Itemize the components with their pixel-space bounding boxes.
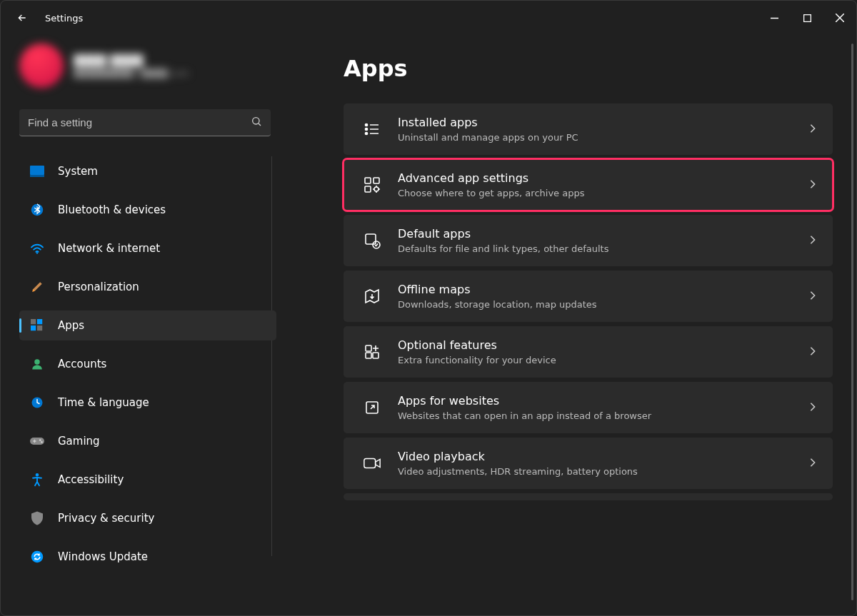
card-subtitle: Choose where to get apps, archive apps [398,187,808,200]
svg-rect-13 [37,325,42,330]
sidebar-item-label: Apps [58,319,84,332]
sidebar-item-label: Network & internet [58,242,160,255]
card-title: Video playback [398,448,808,465]
profile-name: ████ ████ [74,54,189,69]
card-subtitle: Video adjustments, HDR streaming, batter… [398,465,808,478]
wifi-icon [29,241,45,256]
svg-rect-11 [37,319,42,324]
svg-rect-1 [803,14,811,21]
open-external-icon [359,399,385,416]
sidebar-item-label: System [58,165,98,178]
page-title: Apps [344,55,842,82]
chevron-right-icon [808,178,817,192]
sidebar-item-network[interactable]: Network & internet [19,233,276,263]
close-button[interactable] [823,1,856,35]
sidebar-item-personalization[interactable]: Personalization [19,272,276,302]
card-default-apps[interactable]: Default appsDefaults for file and link t… [344,215,833,266]
svg-point-23 [366,133,368,135]
sidebar-item-label: Personalization [58,281,139,293]
sidebar-item-apps[interactable]: Apps [19,310,276,340]
svg-rect-34 [373,353,379,358]
card-title: Offline maps [398,281,808,298]
card-title: Default apps [398,226,808,242]
svg-line-5 [259,123,261,126]
sidebar-item-system[interactable]: System [19,156,276,186]
vertical-scrollbar[interactable] [851,44,853,600]
card-subtitle: Websites that can open in an app instead… [398,410,808,423]
back-button[interactable] [14,9,31,26]
svg-rect-33 [366,345,371,351]
search-box[interactable] [19,109,271,136]
sidebar-item-label: Time & language [58,396,149,409]
svg-point-18 [41,441,43,443]
svg-rect-35 [366,353,371,358]
sidebar-item-gaming[interactable]: Gaming [19,426,276,456]
svg-point-21 [366,124,368,126]
card-subtitle: Uninstall and manage apps on your PC [398,131,808,144]
avatar [19,44,64,88]
card-installed-apps[interactable]: Installed appsUninstall and manage apps … [344,103,833,155]
chevron-right-icon [808,345,817,359]
gamepad-icon [29,433,45,449]
maximize-button[interactable] [791,1,823,35]
card-partial[interactable] [344,493,833,500]
bluetooth-icon [29,202,45,218]
monitor-icon [29,163,45,179]
svg-rect-16 [30,438,44,445]
sidebar-item-bluetooth[interactable]: Bluetooth & devices [19,195,276,225]
svg-rect-27 [365,178,371,183]
card-offline-maps[interactable]: Offline mapsDownloads, storage location,… [344,271,833,322]
minimize-button[interactable] [758,1,791,35]
chevron-right-icon [808,234,817,248]
card-subtitle: Extra functionality for your device [398,354,808,367]
person-icon [29,356,45,372]
video-icon [359,456,385,470]
card-advanced-app-settings[interactable]: Advanced app settingsChoose where to get… [344,159,833,211]
sidebar-item-accounts[interactable]: Accounts [19,349,276,379]
chevron-right-icon [808,401,817,415]
settings-cards: Installed appsUninstall and manage apps … [344,103,833,500]
add-feature-icon [359,343,385,360]
svg-point-17 [39,439,41,441]
sidebar-item-label: Accounts [58,358,106,370]
chevron-right-icon [808,457,817,470]
apps-icon [29,318,45,333]
search-icon [251,116,262,130]
titlebar: Settings [1,1,856,35]
sidebar-item-accessibility[interactable]: Accessibility [19,465,276,495]
sidebar-item-label: Windows Update [58,550,148,563]
svg-point-19 [36,473,39,477]
svg-point-9 [36,252,38,253]
card-title: Advanced app settings [398,170,808,186]
search-input[interactable] [28,116,251,128]
update-icon [29,549,45,565]
svg-point-14 [34,359,40,365]
card-subtitle: Downloads, storage location, map updates [398,298,808,311]
window-controls [758,1,856,35]
svg-rect-12 [31,325,36,330]
svg-rect-6 [30,166,44,175]
card-subtitle: Defaults for file and link types, other … [398,243,808,256]
shield-icon [29,510,45,526]
svg-point-22 [366,128,368,131]
sidebar: ████ ████ █████████@████.com System Blue… [1,35,294,615]
sidebar-item-label: Accessibility [58,473,124,486]
profile-block[interactable]: ████ ████ █████████@████.com [19,44,294,88]
card-apps-for-websites[interactable]: Apps for websitesWebsites that can open … [344,382,833,433]
sidebar-item-privacy[interactable]: Privacy & security [19,503,276,533]
map-download-icon [359,288,385,305]
paintbrush-icon [29,279,45,295]
chevron-right-icon [808,123,817,136]
svg-rect-37 [364,459,376,468]
nav-list: System Bluetooth & devices Network & int… [19,156,294,572]
card-title: Optional features [398,337,808,353]
svg-point-4 [253,117,259,123]
sidebar-item-update[interactable]: Windows Update [19,542,276,572]
sidebar-item-time[interactable]: Time & language [19,388,276,418]
card-video-playback[interactable]: Video playbackVideo adjustments, HDR str… [344,438,833,489]
card-title: Apps for websites [398,393,808,409]
svg-rect-29 [365,186,371,192]
card-optional-features[interactable]: Optional featuresExtra functionality for… [344,326,833,378]
apps-gear-icon [359,176,385,193]
window-title: Settings [45,13,83,24]
